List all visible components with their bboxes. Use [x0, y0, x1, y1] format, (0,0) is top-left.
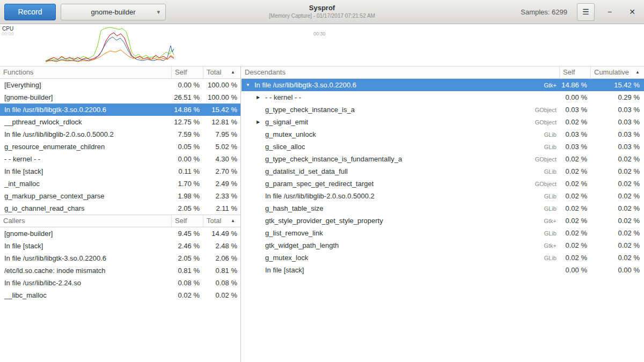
function-name-cell: - - kernel - -	[0, 155, 171, 163]
table-row[interactable]: gtk_widget_path_lengthGtk+0.02 %0.02 %	[241, 239, 644, 252]
self-value: 0.00 %	[559, 266, 590, 274]
table-row[interactable]: - - kernel - -0.00 %4.30 %	[0, 153, 240, 165]
cumulative-column-header[interactable]: Cumulative ▲	[590, 67, 644, 78]
library-badge: Gtk+	[544, 82, 559, 88]
expander-closed-icon[interactable]: ▶	[257, 120, 265, 124]
library-badge: GLib	[544, 131, 559, 138]
expander-closed-icon[interactable]: ▶	[257, 95, 265, 100]
table-row[interactable]: g_markup_parse_context_parse1.98 %2.33 %	[0, 190, 240, 202]
function-name-cell: /etc/ld.so.cache: inode mismatch	[0, 267, 171, 275]
self-value: 0.02 %	[559, 118, 590, 126]
self-value: 1.98 %	[171, 192, 203, 200]
library-badge: GObject	[535, 119, 559, 125]
function-name: gtk_widget_path_length	[265, 241, 339, 249]
descendants-pane: Descendants Self Cumulative ▲ ▼In file /…	[241, 66, 644, 362]
self-column-header[interactable]: Self	[559, 67, 590, 78]
function-name-cell: g_datalist_id_set_data_fullGLib	[241, 167, 559, 175]
function-name-cell: g_type_check_instance_is_fundamentally_a…	[241, 155, 559, 163]
hamburger-menu-button[interactable]: ☰	[577, 3, 595, 21]
table-row[interactable]: ▶- - kernel - -0.00 %0.29 %	[241, 91, 644, 104]
cumulative-value: 0.02 %	[590, 204, 644, 212]
cumulative-value: 0.02 %	[590, 155, 644, 163]
total-value: 0.81 %	[203, 267, 240, 275]
function-name-cell: g_mutex_lockGLib	[241, 254, 559, 262]
function-name-cell: g_param_spec_get_redirect_targetGObject	[241, 180, 559, 188]
callers-table-body: [gnome-builder]9.45 %14.49 %In file [sta…	[0, 227, 240, 301]
table-row[interactable]: g_hash_table_sizeGLib0.02 %0.02 %	[241, 202, 644, 215]
table-row[interactable]: ▼In file /usr/lib/libgtk-3.so.0.2200.6Gt…	[241, 79, 644, 91]
total-value: 2.48 %	[203, 242, 240, 250]
table-row[interactable]: g_type_check_instance_is_aGObject0.03 %0…	[241, 104, 644, 116]
table-row[interactable]: g_type_check_instance_is_fundamentally_a…	[241, 153, 644, 165]
table-row[interactable]: [gnome-builder]26.51 %100.00 %	[0, 91, 240, 104]
function-name-cell: g_slice_allocGLib	[241, 143, 559, 151]
self-value: 0.00 %	[171, 81, 203, 89]
table-row[interactable]: g_param_spec_get_redirect_targetGObject0…	[241, 178, 644, 190]
function-name: g_mutex_lock	[265, 254, 308, 262]
expander-open-icon[interactable]: ▼	[246, 83, 254, 87]
function-name: g_mutex_unlock	[265, 130, 316, 138]
total-value: 12.81 %	[203, 118, 240, 126]
self-column-header[interactable]: Self	[171, 215, 203, 227]
table-row[interactable]: In file /usr/lib/libgtk-3.so.0.2200.614.…	[0, 104, 240, 116]
cumulative-value: 0.02 %	[590, 217, 644, 225]
total-value: 4.30 %	[203, 155, 240, 163]
function-name-cell: g_type_check_instance_is_aGObject	[241, 106, 559, 114]
descendants-table-body: ▼In file /usr/lib/libgtk-3.so.0.2200.6Gt…	[241, 79, 644, 276]
table-row[interactable]: In file /usr/lib/libglib-2.0.so.0.5000.2…	[241, 190, 644, 202]
table-row[interactable]: g_mutex_unlockGLib0.03 %0.03 %	[241, 128, 644, 141]
descendants-column-header[interactable]: Descendants	[241, 67, 559, 78]
total-value: 5.02 %	[203, 143, 240, 151]
function-name-cell: g_mutex_unlockGLib	[241, 130, 559, 138]
function-name: g_datalist_id_set_data_full	[265, 167, 348, 175]
self-value: 2.46 %	[171, 242, 203, 250]
table-row[interactable]: In file /usr/lib/libc-2.24.so0.08 %0.08 …	[0, 277, 240, 289]
self-value: 0.08 %	[171, 279, 203, 287]
sort-arrow-icon: ▲	[231, 67, 235, 78]
table-row[interactable]: g_datalist_id_set_data_fullGLib0.02 %0.0…	[241, 165, 644, 178]
table-row[interactable]: In file /usr/lib/libglib-2.0.so.0.5000.2…	[0, 128, 240, 141]
table-row[interactable]: __libc_malloc0.02 %0.02 %	[0, 289, 240, 301]
library-badge: GLib	[544, 205, 559, 212]
self-value: 0.05 %	[171, 143, 203, 151]
table-row[interactable]: _int_malloc1.70 %2.49 %	[0, 178, 240, 190]
table-row[interactable]: In file [stack]2.46 %2.48 %	[0, 240, 240, 252]
close-button[interactable]: ✕	[625, 4, 640, 19]
minimize-button[interactable]: −	[602, 4, 617, 19]
table-row[interactable]: __pthread_rwlock_rdlock12.75 %12.81 %	[0, 116, 240, 128]
profile-dropdown[interactable]: gnome-builder ▾	[61, 4, 166, 20]
self-value: 0.02 %	[559, 192, 590, 200]
table-row[interactable]: [Everything]0.00 %100.00 %	[0, 79, 240, 91]
cumulative-value: 0.03 %	[590, 130, 644, 138]
table-row[interactable]: g_mutex_lockGLib0.02 %0.02 %	[241, 252, 644, 264]
functions-column-header[interactable]: Functions	[0, 67, 171, 78]
table-row[interactable]: g_resource_enumerate_children0.05 %5.02 …	[0, 141, 240, 153]
table-row[interactable]: [gnome-builder]9.45 %14.49 %	[0, 227, 240, 240]
table-row[interactable]: In file /usr/lib/libgtk-3.so.0.2200.62.0…	[0, 252, 240, 264]
table-row[interactable]: gtk_style_provider_get_style_propertyGtk…	[241, 215, 644, 227]
record-button[interactable]: Record	[4, 4, 56, 20]
self-column-header[interactable]: Self	[171, 67, 203, 78]
self-value: 14.86 %	[559, 81, 590, 89]
function-name-cell: In file [stack]	[0, 167, 171, 175]
total-column-header[interactable]: Total ▲	[203, 215, 240, 227]
table-row[interactable]: ▶g_signal_emitGObject0.02 %0.03 %	[241, 116, 644, 128]
table-row[interactable]: /etc/ld.so.cache: inode mismatch0.81 %0.…	[0, 264, 240, 277]
cpu-graph[interactable]: CPU 00:00 00:30	[0, 24, 644, 66]
self-value: 0.02 %	[559, 241, 590, 249]
total-value: 2.11 %	[203, 204, 240, 212]
library-badge: GObject	[535, 181, 559, 187]
total-column-header[interactable]: Total ▲	[203, 67, 240, 78]
function-name-cell: In file [stack]	[241, 266, 559, 274]
callers-column-header[interactable]: Callers	[0, 215, 171, 227]
time-label-mid: 00:30	[313, 31, 326, 36]
table-row[interactable]: g_io_channel_read_chars2.05 %2.11 %	[0, 202, 240, 215]
self-value: 0.00 %	[559, 93, 590, 101]
table-row[interactable]: In file [stack]0.11 %2.70 %	[0, 165, 240, 178]
total-value: 100.00 %	[203, 93, 240, 101]
table-row[interactable]: g_slice_allocGLib0.03 %0.03 %	[241, 141, 644, 153]
table-row[interactable]: g_list_remove_linkGLib0.02 %0.02 %	[241, 227, 644, 239]
table-row[interactable]: In file [stack]0.00 %0.00 %	[241, 264, 644, 276]
library-badge: GObject	[535, 107, 559, 113]
total-column-label: Total	[207, 67, 221, 78]
